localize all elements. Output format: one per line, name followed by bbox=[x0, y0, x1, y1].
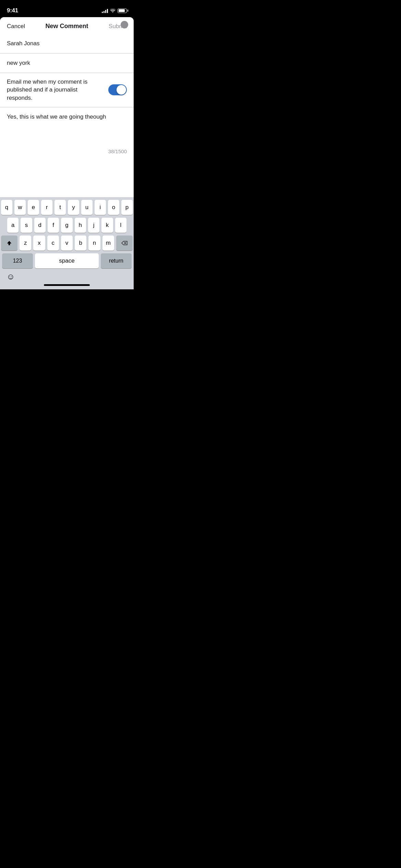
page-title: New Comment bbox=[45, 23, 88, 30]
keyboard-row-2: a s d f g h j k l bbox=[1, 218, 133, 233]
key-r[interactable]: r bbox=[41, 200, 52, 215]
battery-icon bbox=[118, 9, 127, 13]
location-field[interactable]: new york bbox=[0, 53, 134, 73]
email-toggle-row: Email me when my comment is published an… bbox=[0, 73, 134, 107]
status-bar: 9:41 bbox=[0, 0, 134, 17]
home-indicator-row bbox=[1, 284, 133, 288]
keyboard-row-1: q w e r t y u i o p bbox=[1, 200, 133, 215]
key-g[interactable]: g bbox=[61, 218, 72, 233]
key-w[interactable]: w bbox=[14, 200, 26, 215]
nav-bar: Cancel New Comment Submit bbox=[0, 17, 134, 34]
key-k[interactable]: k bbox=[101, 218, 113, 233]
key-y[interactable]: y bbox=[68, 200, 79, 215]
delete-key[interactable] bbox=[116, 236, 133, 251]
key-t[interactable]: t bbox=[54, 200, 66, 215]
keyboard-bottom-row: 123 space return bbox=[1, 253, 133, 268]
key-p[interactable]: p bbox=[121, 200, 133, 215]
key-c[interactable]: c bbox=[47, 236, 59, 251]
status-icons bbox=[102, 8, 127, 13]
email-toggle-label: Email me when my comment is published an… bbox=[7, 78, 103, 102]
name-field[interactable]: Sarah Jonas bbox=[0, 34, 134, 53]
emoji-button[interactable]: ☺ bbox=[7, 272, 15, 281]
key-o[interactable]: o bbox=[108, 200, 119, 215]
space-key[interactable]: space bbox=[35, 253, 99, 268]
home-indicator bbox=[44, 284, 90, 286]
comment-value: Yes, this is what we are going theough bbox=[7, 113, 106, 120]
key-x[interactable]: x bbox=[33, 236, 45, 251]
status-time: 9:41 bbox=[7, 7, 18, 14]
toggle-knob bbox=[117, 85, 126, 95]
key-h[interactable]: h bbox=[75, 218, 86, 233]
key-l[interactable]: l bbox=[115, 218, 126, 233]
key-a[interactable]: a bbox=[7, 218, 19, 233]
submit-button[interactable]: Submit bbox=[109, 23, 127, 30]
key-u[interactable]: u bbox=[81, 200, 93, 215]
key-f[interactable]: f bbox=[48, 218, 59, 233]
char-count: 38/1500 bbox=[0, 148, 134, 157]
wifi-icon bbox=[110, 8, 116, 13]
key-j[interactable]: j bbox=[88, 218, 99, 233]
key-q[interactable]: q bbox=[1, 200, 12, 215]
keyboard-extras: ☺ bbox=[1, 270, 133, 284]
email-toggle-switch[interactable] bbox=[108, 84, 127, 95]
cancel-button[interactable]: Cancel bbox=[7, 23, 25, 30]
key-123[interactable]: 123 bbox=[2, 253, 33, 268]
key-n[interactable]: n bbox=[88, 236, 100, 251]
key-d[interactable]: d bbox=[34, 218, 46, 233]
location-value: new york bbox=[7, 60, 30, 66]
key-e[interactable]: e bbox=[28, 200, 39, 215]
return-key[interactable]: return bbox=[101, 253, 132, 268]
shift-key[interactable] bbox=[1, 236, 17, 251]
name-value: Sarah Jonas bbox=[7, 40, 39, 47]
key-v[interactable]: v bbox=[61, 236, 73, 251]
signal-icon bbox=[102, 8, 108, 13]
key-b[interactable]: b bbox=[75, 236, 86, 251]
key-i[interactable]: i bbox=[95, 200, 106, 215]
submit-dot bbox=[121, 21, 128, 28]
key-m[interactable]: m bbox=[102, 236, 114, 251]
keyboard: q w e r t y u i o p a s d f g h j k l z … bbox=[0, 197, 134, 289]
comment-area[interactable]: Yes, this is what we are going theough bbox=[0, 107, 134, 148]
keyboard-row-3: z x c v b n m bbox=[1, 236, 133, 251]
key-z[interactable]: z bbox=[20, 236, 31, 251]
key-s[interactable]: s bbox=[21, 218, 32, 233]
